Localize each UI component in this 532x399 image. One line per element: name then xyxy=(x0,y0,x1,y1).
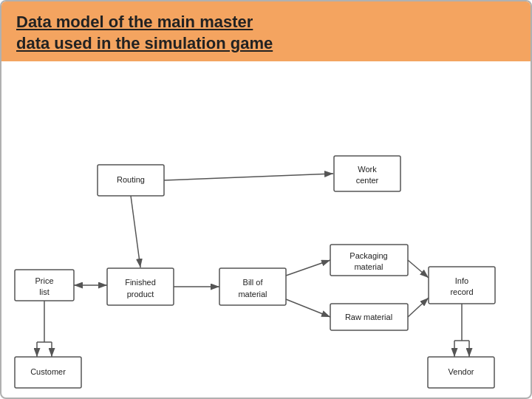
finished-product-box xyxy=(107,268,174,305)
diagram-area: Routing Work center Price list Finished … xyxy=(1,61,531,390)
routing-label: Routing xyxy=(117,175,145,184)
work-center-label2: center xyxy=(356,176,379,185)
work-center-label: Work xyxy=(358,165,377,174)
packaging-material-label2: material xyxy=(354,262,383,271)
bill-of-material-box xyxy=(219,268,286,305)
raw-material-label: Raw material xyxy=(345,313,392,321)
info-record-label1: Info xyxy=(455,276,468,285)
arrow-routing-workcenter xyxy=(164,174,333,180)
vendor-label: Vendor xyxy=(449,367,474,376)
price-list-label1: Price xyxy=(35,276,53,285)
price-list-label2: list xyxy=(39,287,49,296)
finished-product-label2: product xyxy=(127,290,154,299)
title-bar: Data model of the main master data used … xyxy=(1,1,531,61)
arrow-bom-packaging xyxy=(286,260,330,276)
arrow-routing-finished xyxy=(131,196,140,267)
packaging-material-label1: Packaging xyxy=(349,251,387,260)
arrow-packaging-inforecord xyxy=(408,260,429,278)
info-record-label2: record xyxy=(450,287,473,296)
slide: Data model of the main master data used … xyxy=(0,0,532,399)
customer-label: Customer xyxy=(30,367,66,376)
diagram-svg: Routing Work center Price list Finished … xyxy=(1,61,532,390)
finished-product-label1: Finished xyxy=(125,278,156,287)
arrow-rawmaterial-inforecord xyxy=(408,298,429,317)
info-record-box xyxy=(429,267,495,304)
bill-of-material-label2: material xyxy=(238,290,267,299)
arrow-bom-rawmaterial xyxy=(286,299,330,317)
work-center-box xyxy=(334,156,400,191)
slide-title: Data model of the main master data used … xyxy=(16,12,516,54)
bill-of-material-label1: Bill of xyxy=(243,278,264,287)
